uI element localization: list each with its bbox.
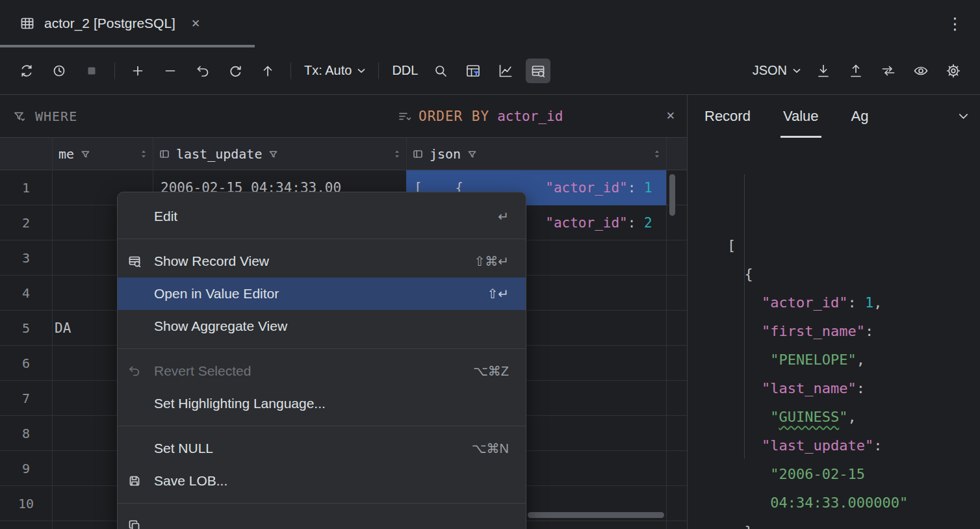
search-icon[interactable]	[428, 58, 453, 83]
ddl-button[interactable]: DDL	[392, 63, 418, 78]
menu-item-set-null[interactable]: Set NULL⌥⌘N	[118, 432, 526, 465]
code-token: "first_name"	[762, 323, 865, 339]
menu-icon-slot	[128, 210, 148, 223]
close-filter-icon[interactable]: ✕	[666, 109, 675, 123]
grid-column-separator	[666, 138, 667, 529]
where-input[interactable]: WHERE	[35, 109, 77, 124]
settings-gear-icon[interactable]	[941, 58, 966, 83]
column-header-json[interactable]: json	[406, 138, 666, 170]
tab-actor-2[interactable]: actor_2 [PostgreSQL] ✕	[9, 0, 211, 47]
row-number[interactable]: 6	[0, 346, 52, 380]
tab-value[interactable]: Value	[783, 95, 819, 138]
code-token	[727, 495, 770, 511]
export-icon[interactable]	[844, 58, 868, 83]
undo-icon[interactable]	[190, 58, 215, 83]
code-token	[727, 380, 762, 396]
filter-criteria-bar: WHERE ORDER BY actor_id ✕	[0, 95, 687, 138]
sort-toggle-icon[interactable]	[393, 149, 401, 159]
code-token: ,	[857, 352, 865, 368]
code-token	[727, 409, 770, 425]
panel-chevron-down-icon[interactable]	[959, 113, 968, 120]
menu-item-edit[interactable]: Edit↵	[118, 200, 526, 233]
menu-icon-slot	[128, 320, 148, 333]
copy-icon	[128, 519, 148, 529]
menu-item-label: Save LOB...	[154, 473, 496, 489]
code-token	[727, 466, 770, 482]
menu-item-save-lob[interactable]: Save LOB...	[118, 465, 526, 497]
import-icon[interactable]	[811, 58, 836, 83]
horizontal-scrollbar-thumb[interactable]	[528, 512, 664, 518]
order-by-input[interactable]: ORDER BY actor_id	[398, 109, 563, 124]
row-number[interactable]: 10	[0, 486, 52, 521]
context-menu: Edit↵Show Record View⇧⌘↵Open in Value Ed…	[117, 192, 526, 529]
menu-item-show-aggregate-view[interactable]: Show Aggregate View	[118, 310, 526, 342]
code-line: "first_name":	[727, 317, 980, 346]
code-line: }	[727, 517, 980, 529]
stop-icon[interactable]	[79, 58, 104, 83]
format-dropdown[interactable]: JSON	[753, 63, 801, 78]
add-row-icon[interactable]	[125, 58, 150, 83]
tx-mode-dropdown[interactable]: Tx: Auto	[304, 63, 365, 78]
json-token: "actor_id"	[545, 180, 627, 196]
row-number[interactable]: 1	[0, 170, 52, 205]
menu-item-clipped-item[interactable]	[118, 510, 526, 529]
code-token: }	[727, 523, 753, 529]
code-token: :	[873, 437, 882, 454]
code-line: {	[727, 260, 980, 289]
scheduled-refresh-icon[interactable]	[47, 58, 71, 83]
menu-separator	[118, 348, 526, 349]
menu-item-revert-selected[interactable]: Revert Selected⌥⌘Z	[118, 355, 526, 387]
column-type-icon	[159, 149, 170, 159]
tab-close-icon[interactable]: ✕	[191, 17, 200, 31]
revert-all-icon[interactable]	[223, 58, 248, 83]
code-token: ,	[847, 409, 856, 425]
row-number[interactable]: 3	[0, 240, 52, 275]
row-number[interactable]: 4	[0, 276, 52, 310]
menu-item-show-record-view[interactable]: Show Record View⇧⌘↵	[118, 245, 526, 277]
preview-icon[interactable]	[909, 58, 933, 83]
kebab-menu-icon[interactable]: ⋮	[947, 0, 963, 47]
order-by-column: actor_id	[497, 109, 563, 124]
filter-funnel-icon[interactable]	[13, 110, 26, 123]
value-editor-panel: Record Value Ag [ { "actor_id": 1, "firs…	[687, 95, 980, 529]
row-number[interactable]: 7	[0, 381, 52, 415]
row-number[interactable]: 8	[0, 416, 52, 450]
delete-row-icon[interactable]	[158, 58, 183, 83]
submit-icon[interactable]	[255, 58, 280, 83]
tab-label: Ag	[851, 108, 869, 125]
refresh-icon[interactable]	[14, 58, 39, 83]
chart-icon[interactable]	[493, 58, 518, 83]
vertical-scrollbar-thumb[interactable]	[669, 174, 675, 216]
json-token: 1	[644, 180, 652, 196]
value-editor-code[interactable]: [ { "actor_id": 1, "first_name": "PENELO…	[688, 138, 980, 529]
sort-toggle-icon[interactable]	[140, 149, 148, 159]
grid-header: me last_update json	[0, 138, 687, 170]
column-header-last-update[interactable]: last_update	[153, 138, 406, 170]
code-token: :	[847, 294, 865, 311]
compare-icon[interactable]	[876, 58, 901, 83]
menu-shortcut: ↵	[498, 209, 509, 224]
menu-item-set-highlighting-language[interactable]: Set Highlighting Language...	[118, 387, 526, 420]
data-filter-icon[interactable]	[461, 58, 485, 83]
column-header-name[interactable]: me	[52, 138, 153, 170]
tab-record[interactable]: Record	[704, 95, 751, 138]
code-line: 04:34:33.000000"	[727, 489, 980, 517]
code-line: "PENELOPE",	[727, 346, 980, 374]
row-number[interactable]: 9	[0, 451, 52, 485]
menu-item-open-in-value-editor[interactable]: Open in Value Editor⇧↵	[118, 277, 526, 310]
menu-separator	[118, 503, 526, 504]
tab-aggregates[interactable]: Ag	[851, 95, 869, 138]
code-token: 04:34:33.000000"	[770, 495, 908, 511]
sort-lines-icon	[398, 110, 411, 123]
column-filter-icon[interactable]	[81, 149, 90, 159]
sort-toggle-icon[interactable]	[653, 149, 661, 159]
row-number[interactable]: 5	[0, 311, 52, 345]
ddl-label: DDL	[392, 63, 418, 78]
column-filter-icon[interactable]	[467, 149, 477, 159]
code-token: {	[727, 266, 753, 282]
row-number[interactable]: 2	[0, 205, 52, 240]
toolbar-right-group: JSON	[746, 58, 970, 83]
record-view-icon[interactable]	[526, 58, 550, 83]
column-filter-icon[interactable]	[268, 149, 278, 159]
menu-icon-slot	[128, 397, 148, 410]
